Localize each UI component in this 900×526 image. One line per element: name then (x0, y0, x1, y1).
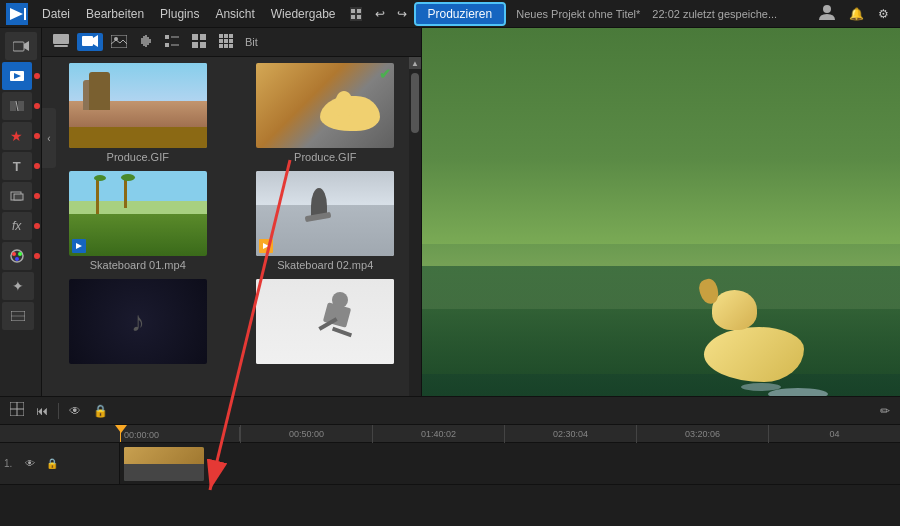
tl-pencil-btn[interactable]: ✏ (876, 402, 894, 420)
redo-btn[interactable]: ↪ (392, 5, 412, 23)
sidebar-dot-color (34, 253, 40, 259)
track-lock-btn[interactable]: 🔒 (42, 456, 62, 471)
track-clip-1[interactable]: Produce (124, 447, 204, 481)
app-icon (6, 3, 28, 25)
svg-rect-43 (219, 44, 223, 48)
sidebar-overlay-btn[interactable] (2, 182, 32, 210)
media-grid-lg-btn[interactable] (214, 32, 238, 52)
svg-rect-23 (53, 34, 69, 44)
check-icon: ✔ (379, 66, 391, 82)
tl-grid-btn[interactable] (6, 400, 28, 421)
media-item-skate2[interactable]: Skateboard 02.mp4 (236, 171, 416, 271)
bottom-timeline: ⏮ 👁 🔒 ✏ 00:00:00 00:50:00 01:40:02 02:30… (0, 396, 900, 526)
sidebar-transition-btn[interactable] (2, 92, 32, 120)
sidebar-row-particle: ✦ (2, 272, 40, 300)
track-num-1: 1. (4, 458, 18, 469)
sidebar-text-btn[interactable]: T (2, 152, 32, 180)
media-video-btn[interactable] (77, 33, 103, 51)
media-label-gif1: Produce.GIF (107, 151, 169, 163)
svg-line-14 (16, 101, 18, 111)
svg-rect-40 (219, 39, 223, 43)
svg-marker-26 (93, 35, 98, 47)
sidebar-dot-effects (34, 133, 40, 139)
media-grid: Produce.GIF ✔ Produce.GIF (48, 63, 415, 367)
media-toolbar: Bit (42, 28, 421, 57)
svg-rect-44 (224, 44, 228, 48)
sidebar-fx-btn[interactable]: fx (2, 212, 32, 240)
sidebar-media-btn[interactable] (2, 62, 32, 90)
media-thumb-skate2 (256, 171, 394, 256)
grid-icon[interactable] (350, 7, 362, 21)
account-btn[interactable] (814, 2, 840, 25)
save-timestamp: 22:02 zuletzt gespeiche... (652, 8, 777, 20)
svg-rect-25 (82, 36, 93, 46)
svg-rect-29 (165, 35, 169, 39)
undo-btn[interactable]: ↩ (370, 5, 390, 23)
media-audio-btn[interactable] (135, 32, 157, 52)
svg-rect-6 (357, 15, 361, 19)
svg-rect-41 (224, 39, 228, 43)
media-item-gif1[interactable]: Produce.GIF (48, 63, 228, 163)
sidebar-dot-text (34, 163, 40, 169)
sidebar-capture-btn[interactable] (5, 32, 37, 60)
media-import-btn[interactable] (48, 32, 74, 52)
media-photo-btn[interactable] (106, 33, 132, 52)
svg-rect-42 (229, 39, 233, 43)
notifications-btn[interactable]: 🔔 (844, 5, 869, 23)
playhead-triangle (115, 425, 127, 433)
scroll-thumb[interactable] (411, 73, 419, 133)
tl-eye-btn[interactable]: 👁 (65, 402, 85, 420)
settings-btn[interactable]: ⚙ (873, 5, 894, 23)
playhead[interactable] (120, 425, 121, 442)
media-thumb-gif1 (69, 63, 207, 148)
project-title: Neues Projekt ohne Titel* (516, 8, 640, 20)
menu-bearbeiten[interactable]: Bearbeiten (80, 5, 150, 23)
media-list-btn[interactable] (160, 33, 184, 51)
badge-skate1 (72, 239, 86, 253)
menu-wiedergabe[interactable]: Wiedergabe (265, 5, 342, 23)
sidebar-effects-btn[interactable]: ★ (2, 122, 32, 150)
ruler-mark-3: 02:30:04 (504, 425, 636, 443)
track-eye-btn[interactable]: 👁 (21, 456, 39, 471)
ruler-mark-5: 04 (768, 425, 900, 443)
menu-plugins[interactable]: Plugins (154, 5, 205, 23)
sidebar-row-screen (2, 302, 40, 330)
svg-marker-9 (24, 41, 29, 51)
svg-rect-36 (200, 42, 206, 48)
media-label-skate1: Skateboard 01.mp4 (90, 259, 186, 271)
media-thumb-skate1 (69, 171, 207, 256)
svg-point-7 (823, 5, 831, 13)
media-item-gif2[interactable]: ✔ Produce.GIF (236, 63, 416, 163)
sidebar-color-btn[interactable] (2, 242, 32, 270)
menu-ansicht[interactable]: Ansicht (209, 5, 260, 23)
sidebar-row-text: T (2, 152, 40, 180)
scroll-up-btn[interactable]: ▲ (409, 57, 421, 69)
media-item-exercise[interactable] (236, 279, 416, 367)
sidebar-row-effects: ★ (2, 122, 40, 150)
svg-point-19 (18, 252, 22, 256)
media-item-skate1[interactable]: Skateboard 01.mp4 (48, 171, 228, 271)
media-thumb-gif2: ✔ (256, 63, 394, 148)
media-grid-sm-btn[interactable] (187, 32, 211, 52)
svg-rect-3 (351, 9, 355, 13)
media-item-music[interactable]: ♪ (48, 279, 228, 367)
svg-marker-47 (263, 243, 269, 249)
svg-rect-35 (192, 42, 198, 48)
sidebar-screen-btn[interactable] (2, 302, 34, 330)
svg-marker-46 (76, 243, 82, 249)
produce-button[interactable]: Produzieren (416, 4, 505, 24)
bit-label: Bit (245, 36, 258, 48)
svg-rect-8 (13, 42, 24, 51)
svg-rect-30 (165, 43, 169, 47)
tl-lock-btn[interactable]: 🔒 (89, 402, 112, 420)
timeline-ruler: 00:00:00 00:50:00 01:40:02 02:30:04 03:2… (0, 425, 900, 443)
svg-point-18 (12, 252, 16, 256)
ruler-mark-1: 00:50:00 (240, 425, 372, 443)
sidebar-particle-btn[interactable]: ✦ (2, 272, 34, 300)
sidebar-row-media (2, 62, 40, 90)
ruler-mark-2: 01:40:02 (372, 425, 504, 443)
menu-datei[interactable]: Datei (36, 5, 76, 23)
tl-home-btn[interactable]: ⏮ (32, 402, 52, 420)
sidebar-dot-overlay (34, 193, 40, 199)
sidebar-row-overlay (2, 182, 40, 210)
